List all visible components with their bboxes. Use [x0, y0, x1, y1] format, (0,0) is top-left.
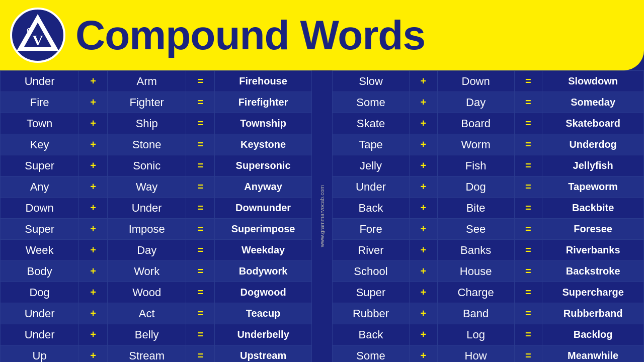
plus-operator: +	[79, 155, 108, 176]
word2-cell: Fighter	[108, 92, 186, 113]
word2-cell: Board	[437, 113, 514, 134]
word2-cell: Bite	[437, 198, 514, 219]
table-row: Any + Way = Anyway	[1, 176, 312, 198]
header: V G Compound Words	[0, 0, 644, 70]
plus-operator: +	[79, 282, 108, 303]
table-row: Back + Log = Backlog	[333, 324, 644, 345]
result-cell: Slowdown	[542, 71, 644, 92]
word2-cell: Under	[108, 198, 186, 219]
table-row: Week + Day = Weekday	[1, 240, 312, 261]
table-row: Under + Act = Teacup	[1, 303, 312, 324]
word1-cell: School	[333, 261, 410, 282]
equals-operator: =	[514, 71, 542, 92]
result-cell: Upstream	[215, 345, 312, 363]
plus-operator: +	[79, 240, 108, 261]
result-cell: Backlog	[542, 324, 644, 345]
table-row: Dog + Wood = Dogwood	[1, 282, 312, 303]
word2-cell: Ship	[108, 113, 186, 134]
result-cell: Downunder	[215, 198, 312, 219]
equals-operator: =	[186, 176, 215, 198]
page-title: Compound Words	[75, 15, 425, 56]
word2-cell: Day	[108, 240, 186, 261]
word2-cell: Way	[108, 176, 186, 198]
result-cell: Keystone	[215, 134, 312, 155]
table-row: Under + Dog = Tapeworm	[333, 176, 644, 198]
word2-cell: Stream	[108, 345, 186, 363]
word1-cell: Rubber	[333, 303, 410, 324]
result-cell: Supercharge	[542, 282, 644, 303]
word1-cell: Dog	[1, 282, 79, 303]
plus-operator: +	[410, 282, 438, 303]
word1-cell: Super	[1, 155, 79, 176]
table-row: Jelly + Fish = Jellyfish	[333, 155, 644, 176]
word2-cell: Day	[437, 92, 514, 113]
table-row: Some + Day = Someday	[333, 92, 644, 113]
equals-operator: =	[186, 71, 215, 92]
equals-operator: =	[514, 345, 542, 363]
svg-text:V: V	[32, 32, 43, 48]
equals-operator: =	[514, 176, 542, 198]
equals-operator: =	[514, 282, 542, 303]
right-compound-table: Slow + Down = Slowdown Some + Day = Some…	[332, 70, 644, 362]
word2-cell: Sonic	[108, 155, 186, 176]
equals-operator: =	[186, 345, 215, 363]
equals-operator: =	[186, 113, 215, 134]
result-cell: Backbite	[542, 198, 644, 219]
table-row: Fore + See = Foresee	[333, 219, 644, 240]
word2-cell: House	[437, 261, 514, 282]
word1-cell: Jelly	[333, 155, 410, 176]
table-row: School + House = Backstroke	[333, 261, 644, 282]
plus-operator: +	[410, 176, 438, 198]
equals-operator: =	[514, 155, 542, 176]
result-cell: Foresee	[542, 219, 644, 240]
table-row: Under + Arm = Firehouse	[1, 71, 312, 92]
result-cell: Bodywork	[215, 261, 312, 282]
plus-operator: +	[79, 134, 108, 155]
word2-cell: Stone	[108, 134, 186, 155]
result-cell: Teacup	[215, 303, 312, 324]
equals-operator: =	[186, 134, 215, 155]
result-cell: Someday	[542, 92, 644, 113]
equals-operator: =	[186, 324, 215, 345]
result-cell: Dogwood	[215, 282, 312, 303]
word1-cell: Skate	[333, 113, 410, 134]
equals-operator: =	[186, 261, 215, 282]
word2-cell: See	[437, 219, 514, 240]
plus-operator: +	[410, 240, 438, 261]
plus-operator: +	[410, 324, 438, 345]
table-row: Body + Work = Bodywork	[1, 261, 312, 282]
word2-cell: Banks	[437, 240, 514, 261]
plus-operator: +	[410, 219, 438, 240]
word2-cell: Dog	[437, 176, 514, 198]
table-row: Tape + Worm = Underdog	[333, 134, 644, 155]
result-cell: Anyway	[215, 176, 312, 198]
result-cell: Backstroke	[542, 261, 644, 282]
word2-cell: Work	[108, 261, 186, 282]
word1-cell: Key	[1, 134, 79, 155]
table-row: Fire + Fighter = Firefighter	[1, 92, 312, 113]
table-row: Super + Impose = Superimpose	[1, 219, 312, 240]
word1-cell: Back	[333, 324, 410, 345]
result-cell: Riverbanks	[542, 240, 644, 261]
equals-operator: =	[186, 198, 215, 219]
table-row: Town + Ship = Township	[1, 113, 312, 134]
word1-cell: Fire	[1, 92, 79, 113]
word2-cell: Impose	[108, 219, 186, 240]
plus-operator: +	[79, 303, 108, 324]
word1-cell: Body	[1, 261, 79, 282]
word2-cell: Down	[437, 71, 514, 92]
result-cell: Superimpose	[215, 219, 312, 240]
equals-operator: =	[514, 303, 542, 324]
plus-operator: +	[410, 71, 438, 92]
equals-operator: =	[514, 113, 542, 134]
plus-operator: +	[410, 134, 438, 155]
word2-cell: Band	[437, 303, 514, 324]
left-compound-table: Under + Arm = Firehouse Fire + Fighter =…	[0, 70, 312, 362]
divider: www.grammarvocab.com	[312, 70, 332, 362]
result-cell: Supersonic	[215, 155, 312, 176]
table-row: Up + Stream = Upstream	[1, 345, 312, 363]
result-cell: Township	[215, 113, 312, 134]
plus-operator: +	[410, 92, 438, 113]
word1-cell: Under	[1, 324, 79, 345]
result-cell: Jellyfish	[542, 155, 644, 176]
